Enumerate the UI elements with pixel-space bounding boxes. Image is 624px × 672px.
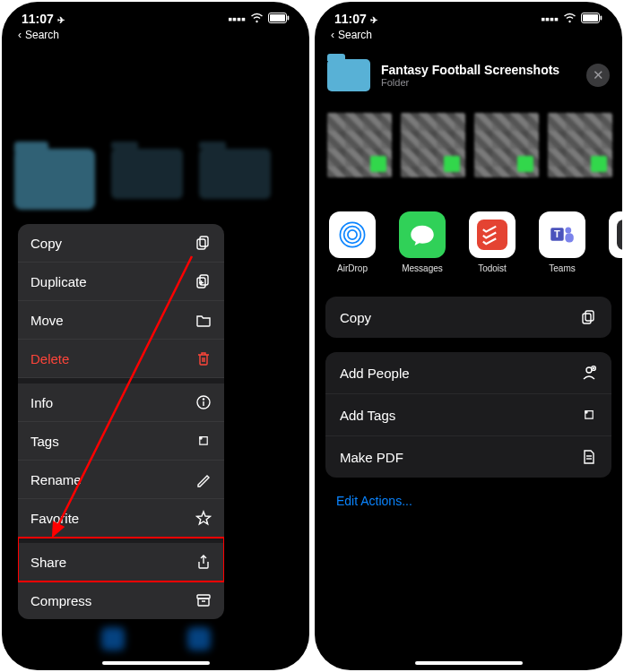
svg-point-18 bbox=[568, 21, 570, 22]
messages-icon bbox=[399, 211, 446, 258]
folder-icon bbox=[195, 312, 212, 328]
action-label: Add Tags bbox=[340, 408, 395, 423]
ctx-label: Copy bbox=[30, 236, 62, 251]
action-group-1: Copy bbox=[325, 297, 611, 338]
ctx-share[interactable]: Share bbox=[18, 538, 224, 582]
addperson-icon bbox=[581, 365, 597, 381]
share-folder-type: Folder bbox=[381, 77, 576, 88]
svg-rect-21 bbox=[601, 16, 602, 21]
back-search[interactable]: ‹Search bbox=[315, 29, 622, 47]
todoist-icon bbox=[469, 211, 516, 258]
status-indicators: ▪▪▪▪ bbox=[541, 12, 602, 26]
info-icon bbox=[195, 394, 212, 410]
tag-icon bbox=[581, 407, 597, 423]
archive-icon bbox=[195, 592, 212, 608]
share-app-airdrop[interactable]: AirDrop bbox=[327, 211, 377, 273]
action-copy[interactable]: Copy bbox=[325, 297, 611, 338]
copy-icon bbox=[581, 309, 597, 325]
svg-point-0 bbox=[256, 21, 257, 22]
ctx-label: Move bbox=[30, 313, 64, 328]
document-icon bbox=[581, 449, 597, 465]
star-icon bbox=[195, 510, 212, 526]
signal-icon: ▪▪▪▪ bbox=[541, 12, 559, 26]
phone-left: 11:07 ✈︎ ▪▪▪▪ ‹Search ⠀⠀⠀ CopyDuplicateM… bbox=[2, 2, 309, 670]
share-app-more[interactable]: Me bbox=[607, 211, 622, 273]
duplicate-icon bbox=[195, 273, 212, 289]
wifi-icon bbox=[563, 12, 576, 26]
svg-point-40 bbox=[585, 411, 587, 413]
svg-rect-30 bbox=[617, 220, 622, 250]
pencil-icon bbox=[195, 471, 212, 487]
svg-rect-5 bbox=[197, 239, 205, 249]
trash-icon bbox=[195, 350, 212, 366]
ctx-compress[interactable]: Compress bbox=[18, 582, 224, 619]
share-app-messages[interactable]: Messages bbox=[397, 211, 447, 273]
more-icon bbox=[609, 211, 622, 258]
folder-icon bbox=[111, 149, 183, 199]
ctx-duplicate[interactable]: Duplicate bbox=[18, 263, 224, 301]
svg-rect-2 bbox=[270, 14, 285, 22]
app-label: Todoist bbox=[478, 263, 507, 273]
phone-right: 11:07 ✈︎ ▪▪▪▪ ‹Search Fantasy Football S… bbox=[315, 2, 622, 670]
svg-point-28 bbox=[565, 228, 571, 234]
thumbnail[interactable] bbox=[474, 113, 539, 177]
ctx-info[interactable]: Info bbox=[18, 378, 224, 422]
thumbnail[interactable] bbox=[401, 113, 465, 177]
edit-actions-link[interactable]: Edit Actions... bbox=[315, 478, 622, 524]
ctx-label: Compress bbox=[30, 593, 91, 608]
ctx-favorite[interactable]: Favorite bbox=[18, 499, 224, 538]
svg-rect-20 bbox=[583, 14, 598, 22]
svg-rect-4 bbox=[200, 237, 208, 246]
svg-text:T: T bbox=[554, 228, 560, 239]
svg-point-23 bbox=[344, 227, 361, 244]
share-app-teams[interactable]: TTeams bbox=[537, 211, 587, 273]
share-app-todoist[interactable]: Todoist bbox=[467, 211, 517, 273]
ctx-label: Rename bbox=[30, 472, 82, 487]
battery-icon bbox=[268, 12, 290, 26]
share-sheet-header: Fantasy Football Screenshots Folder ✕ bbox=[315, 47, 622, 91]
ctx-move[interactable]: Move bbox=[18, 301, 224, 340]
ctx-label: Tags bbox=[30, 434, 59, 449]
action-makepdf[interactable]: Make PDF bbox=[325, 436, 611, 478]
thumbnail[interactable] bbox=[548, 113, 612, 177]
action-addpeople[interactable]: Add People bbox=[325, 352, 611, 394]
action-group-2: Add PeopleAdd TagsMake PDF bbox=[325, 352, 611, 478]
folder-icon bbox=[199, 149, 271, 199]
status-time: 11:07 ✈︎ bbox=[22, 12, 65, 26]
ctx-label: Delete bbox=[30, 351, 69, 366]
close-button[interactable]: ✕ bbox=[586, 64, 610, 87]
home-indicator bbox=[415, 661, 523, 665]
thumbnail[interactable] bbox=[327, 113, 392, 177]
action-addtags[interactable]: Add Tags bbox=[325, 394, 611, 436]
close-icon: ✕ bbox=[593, 67, 604, 83]
status-bar: 11:07 ✈︎ ▪▪▪▪ bbox=[2, 2, 309, 29]
ctx-copy[interactable]: Copy bbox=[18, 224, 224, 263]
share-folder-name: Fantasy Football Screenshots bbox=[381, 63, 576, 77]
context-menu: CopyDuplicateMoveDeleteInfoTagsRenameFav… bbox=[18, 224, 224, 619]
ctx-label: Favorite bbox=[30, 511, 79, 526]
svg-point-13 bbox=[200, 437, 202, 439]
chevron-left-icon: ‹ bbox=[331, 29, 334, 41]
ctx-delete[interactable]: Delete bbox=[18, 340, 224, 378]
app-label: Teams bbox=[549, 263, 575, 273]
action-label: Add People bbox=[340, 366, 410, 381]
thumbnail-row bbox=[315, 91, 622, 190]
status-time: 11:07 ✈︎ bbox=[334, 12, 377, 26]
tag-icon bbox=[195, 433, 212, 449]
folder-icon bbox=[327, 59, 370, 91]
svg-rect-29 bbox=[565, 233, 573, 242]
teams-icon: T bbox=[539, 211, 585, 258]
share-icon bbox=[195, 554, 212, 570]
svg-point-22 bbox=[348, 230, 357, 239]
svg-rect-34 bbox=[585, 311, 594, 321]
dock-blur bbox=[101, 627, 211, 650]
app-label: AirDrop bbox=[337, 263, 368, 273]
wifi-icon bbox=[250, 12, 264, 26]
back-search[interactable]: ‹Search bbox=[2, 29, 309, 47]
ctx-rename[interactable]: Rename bbox=[18, 461, 224, 499]
ctx-label: Info bbox=[30, 395, 53, 410]
svg-rect-3 bbox=[288, 16, 290, 21]
airdrop-icon bbox=[329, 211, 376, 258]
svg-rect-35 bbox=[583, 314, 591, 323]
ctx-tags[interactable]: Tags bbox=[18, 422, 224, 461]
